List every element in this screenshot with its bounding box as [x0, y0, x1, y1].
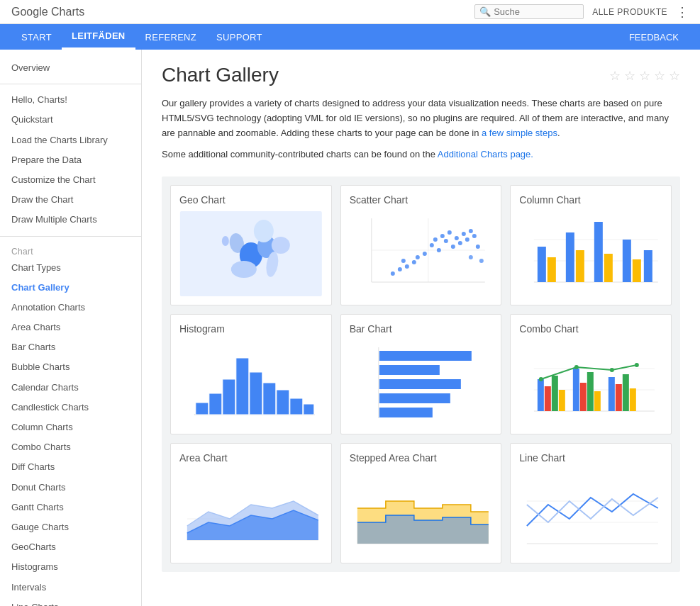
chart-card-title-scatter: Scatter Chart: [350, 194, 493, 206]
chart-card-geo[interactable]: Geo Chart: [170, 185, 332, 305]
sidebar-item-quickstart[interactable]: Quickstart: [0, 110, 141, 130]
sidebar-item-histograms[interactable]: Histograms: [0, 557, 141, 577]
sidebar-item-gauge[interactable]: Gauge Charts: [0, 517, 141, 537]
sidebar-item-intervals[interactable]: Intervals: [0, 578, 141, 597]
description-text: Our gallery provides a variety of charts…: [162, 96, 680, 140]
sidebar-item-draw[interactable]: Draw the Chart: [0, 190, 141, 210]
sidebar-item-donut[interactable]: Donut Charts: [0, 478, 141, 498]
svg-rect-79: [594, 391, 601, 411]
svg-rect-55: [236, 358, 249, 415]
chart-card-column[interactable]: Column Chart: [510, 185, 672, 305]
svg-point-25: [465, 237, 469, 242]
svg-point-14: [433, 237, 437, 242]
sidebar-item-bubble[interactable]: Bubble Charts: [0, 357, 141, 377]
svg-rect-77: [580, 383, 587, 411]
feedback-button[interactable]: FEEDBACK: [619, 32, 689, 43]
svg-point-34: [390, 271, 394, 276]
chart-card-combo[interactable]: Combo Chart: [510, 314, 672, 434]
svg-point-22: [461, 232, 465, 236]
svg-rect-56: [250, 372, 262, 415]
sidebar-item-gantt[interactable]: Gantt Charts: [0, 498, 141, 517]
nav-support[interactable]: SUPPORT: [206, 24, 272, 50]
sidebar-item-area[interactable]: Area Charts: [0, 318, 141, 337]
nav-start[interactable]: START: [11, 24, 62, 50]
more-options-icon[interactable]: ⋮: [676, 4, 689, 20]
chart-card-area[interactable]: Area Chart: [170, 443, 332, 563]
app-logo: Google Charts: [11, 6, 474, 18]
sidebar-item-hello[interactable]: Hello, Charts!: [0, 90, 141, 110]
sidebar-item-combo[interactable]: Combo Charts: [0, 437, 141, 457]
chart-visual-stepped-area: [350, 469, 493, 554]
svg-point-7: [272, 237, 290, 254]
chart-visual-histogram: [179, 340, 323, 425]
svg-rect-74: [552, 376, 558, 411]
simple-steps-link[interactable]: a few simple steps: [482, 128, 557, 138]
svg-rect-59: [290, 398, 303, 415]
chart-card-scatter[interactable]: Scatter Chart: [340, 185, 502, 305]
additional-charts-link[interactable]: Additional Charts page.: [438, 149, 533, 159]
svg-point-85: [574, 365, 579, 369]
svg-rect-45: [594, 222, 603, 282]
nav-leitfaden[interactable]: LEITFÄDEN: [62, 24, 135, 50]
svg-point-4: [231, 261, 257, 278]
chart-card-bar[interactable]: Bar Chart: [340, 314, 502, 434]
svg-rect-42: [548, 257, 556, 282]
svg-point-87: [635, 363, 639, 367]
svg-point-31: [404, 264, 409, 269]
svg-rect-67: [379, 408, 432, 417]
star-rating[interactable]: ☆ ☆ ☆ ☆ ☆: [609, 68, 680, 84]
chart-card-line[interactable]: Line Chart: [510, 443, 672, 563]
chart-card-histogram[interactable]: Histogram: [170, 314, 332, 434]
sidebar-item-bar[interactable]: Bar Charts: [0, 337, 141, 357]
chart-card-stepped-area[interactable]: Stepped Area Chart: [340, 443, 502, 563]
sidebar-item-load[interactable]: Load the Charts Library: [0, 130, 141, 150]
svg-point-6: [254, 220, 274, 242]
svg-point-29: [415, 255, 419, 259]
svg-rect-72: [538, 379, 544, 411]
sidebar-item-draw-multiple[interactable]: Draw Multiple Charts: [0, 210, 141, 230]
community-text: Some additional community-contributed ch…: [162, 147, 680, 162]
chart-visual-scatter: [350, 211, 493, 296]
svg-rect-46: [604, 254, 613, 282]
svg-rect-44: [576, 250, 584, 282]
search-icon: 🔍: [479, 6, 491, 17]
sidebar-item-overview[interactable]: Overview: [0, 58, 141, 78]
sidebar-item-customize[interactable]: Customize the Chart: [0, 170, 141, 190]
svg-point-30: [411, 260, 416, 264]
main-content: Chart Gallery ☆ ☆ ☆ ☆ ☆ Our gallery prov…: [142, 50, 700, 606]
chart-card-title-histogram: Histogram: [179, 323, 323, 335]
chart-card-title-stepped-area: Stepped Area Chart: [350, 452, 493, 464]
svg-rect-75: [559, 390, 565, 411]
nav-referenz[interactable]: REFERENZ: [135, 24, 206, 50]
alle-produkte-button[interactable]: ALLE PRODUKTE: [592, 7, 667, 17]
svg-rect-82: [623, 374, 629, 411]
sidebar-item-annotation[interactable]: Annotation Charts: [0, 298, 141, 318]
nav-bar: START LEITFÄDEN REFERENZ SUPPORT FEEDBAC…: [0, 24, 700, 50]
svg-rect-47: [623, 240, 631, 282]
chart-visual-geo: [179, 211, 323, 296]
svg-rect-81: [616, 384, 622, 411]
svg-point-19: [443, 239, 448, 243]
svg-point-86: [610, 368, 614, 372]
sidebar-item-chart-types[interactable]: Chart Types: [0, 258, 141, 278]
sidebar-item-calendar[interactable]: Calendar Charts: [0, 378, 141, 398]
header: Google Charts 🔍 ALLE PRODUKTE ⋮: [0, 0, 700, 24]
svg-rect-43: [566, 232, 574, 282]
chart-visual-line: [519, 469, 662, 554]
sidebar-item-geo[interactable]: GeoCharts: [0, 537, 141, 557]
sidebar-item-prepare[interactable]: Prepare the Data: [0, 150, 141, 170]
chart-visual-column: [519, 211, 662, 296]
svg-point-16: [429, 243, 433, 247]
svg-rect-66: [379, 393, 450, 403]
sidebar-item-candlestick[interactable]: Candlestick Charts: [0, 398, 141, 417]
sidebar-item-chart-gallery[interactable]: Chart Gallery: [0, 278, 141, 298]
chart-card-title-combo: Combo Chart: [519, 323, 662, 335]
sidebar-item-line[interactable]: Line Charts: [0, 597, 141, 606]
search-input[interactable]: [494, 6, 579, 17]
search-area[interactable]: 🔍: [474, 4, 584, 19]
svg-point-26: [472, 234, 476, 238]
svg-rect-80: [609, 377, 615, 411]
svg-point-32: [397, 267, 401, 271]
sidebar-item-diff[interactable]: Diff Charts: [0, 457, 141, 477]
sidebar-item-column[interactable]: Column Charts: [0, 417, 141, 437]
